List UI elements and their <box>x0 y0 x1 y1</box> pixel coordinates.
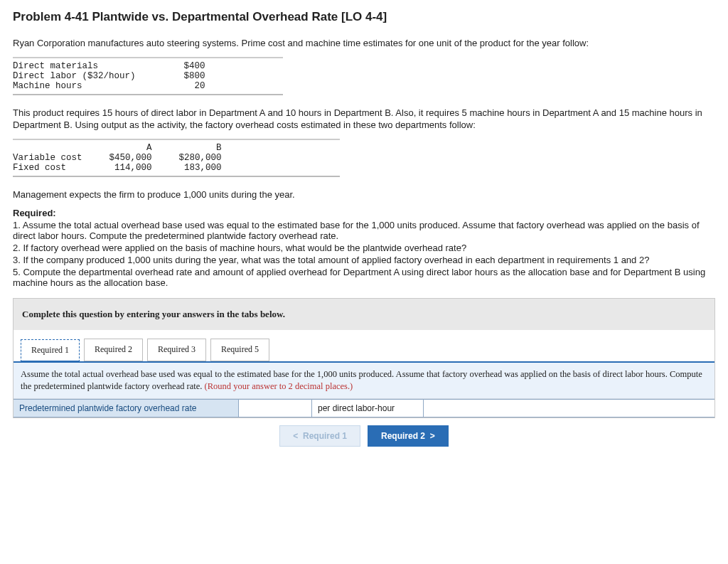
table-header: A B <box>13 143 228 153</box>
tabs-row: Required 1 Required 2 Required 3 Require… <box>14 330 714 361</box>
requirement-item: 3. If the company produced 1,000 units d… <box>13 255 715 265</box>
next-button[interactable]: Required 2 > <box>368 425 449 447</box>
table-row: Machine hours20 <box>13 81 211 91</box>
table-row: Direct labor ($32/hour)$800 <box>13 71 211 81</box>
page-title: Problem 4-41 Plantwide vs. Departmental … <box>13 10 715 24</box>
answer-zone: Complete this question by entering your … <box>13 298 715 418</box>
dept-cost-table: A B Variable cost $450,000 $280,000 Fixe… <box>13 139 715 177</box>
mid-text: This product requires 15 hours of direct… <box>13 107 715 132</box>
requirement-item: 2. If factory overhead were applied on t… <box>13 243 715 253</box>
expect-text: Management expects the firm to produce 1… <box>13 188 715 201</box>
answer-row-label: Predetermined plantwide factory overhead… <box>14 400 239 417</box>
rounding-note: (Round your answer to 2 decimal places.) <box>205 381 353 391</box>
tab-required-5[interactable]: Required 5 <box>210 339 269 361</box>
nav-row: < Required 1 Required 2 > <box>13 418 715 448</box>
table-row: Direct materials$400 <box>13 61 211 71</box>
answer-input-row: Predetermined plantwide factory overhead… <box>14 399 714 417</box>
required-heading: Required: <box>13 208 715 218</box>
tab-required-3[interactable]: Required 3 <box>147 339 206 361</box>
intro-text: Ryan Corporation manufactures auto steer… <box>13 37 715 50</box>
unit-cost-table: Direct materials$400 Direct labor ($32/h… <box>13 57 715 95</box>
prev-button: < Required 1 <box>279 425 360 447</box>
answer-row-unit: per direct labor-hour <box>312 400 424 417</box>
tab-prompt: Assume the total actual overhead base us… <box>14 363 714 399</box>
table-row: Fixed cost 114,000 183,000 <box>13 163 228 173</box>
requirement-item: 5. Compute the departmental overhead rat… <box>13 267 715 288</box>
requirement-item: 1. Assume the total actual overhead base… <box>13 220 715 241</box>
tab-body: Assume the total actual overhead base us… <box>14 361 714 417</box>
chevron-right-icon: > <box>430 431 435 441</box>
table-row: Variable cost $450,000 $280,000 <box>13 153 228 163</box>
overhead-rate-input[interactable] <box>239 400 312 417</box>
chevron-left-icon: < <box>293 431 298 441</box>
tab-required-1[interactable]: Required 1 <box>21 339 80 362</box>
instruction-bar: Complete this question by entering your … <box>14 299 714 330</box>
tab-required-2[interactable]: Required 2 <box>84 339 143 361</box>
